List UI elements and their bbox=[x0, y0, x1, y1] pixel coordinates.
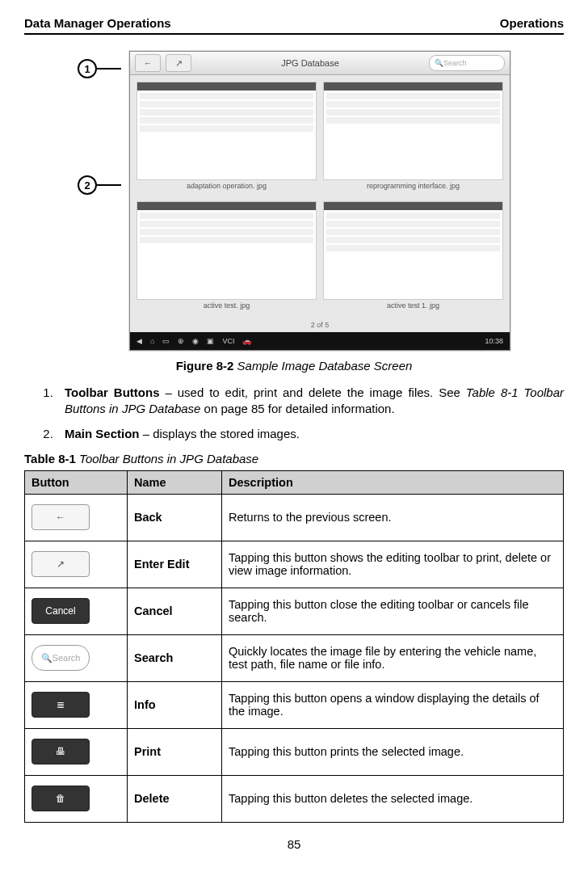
vci-icon: VCI bbox=[222, 337, 234, 345]
table-title: Toolbar Buttons in JPG Database bbox=[79, 452, 258, 465]
desc-cell: Quickly locates the image file by enteri… bbox=[222, 634, 564, 681]
table-row: ↗ Enter Edit Tapping this button shows t… bbox=[25, 541, 564, 588]
desc-cell: Tapping this button shows the editing to… bbox=[222, 541, 564, 588]
name-cell: Print bbox=[128, 728, 222, 775]
button-icon-cell: ← bbox=[25, 494, 128, 541]
toolbar-buttons-table: Button Name Description ← Back Returns t… bbox=[24, 470, 564, 823]
home-icon: ⌂ bbox=[150, 337, 154, 345]
thumb-caption: adaptation operation. jpg bbox=[136, 180, 317, 195]
header-right: Operations bbox=[500, 16, 564, 30]
table-header-row: Button Name Description bbox=[25, 470, 564, 494]
desc-cell: Tapping this button prints the selected … bbox=[222, 728, 564, 775]
list-text: – displays the stored images. bbox=[140, 427, 300, 440]
recent-icon: ▭ bbox=[162, 337, 170, 345]
desc-cell: Tapping this button deletes the selected… bbox=[222, 775, 564, 822]
search-field: 🔍 Search bbox=[429, 55, 505, 71]
page-header: Data Manager Operations Operations bbox=[24, 16, 564, 35]
browser-icon: ▣ bbox=[207, 337, 214, 345]
back-icon: ← bbox=[135, 54, 161, 72]
thumb-caption: reprogramming interface. jpg bbox=[323, 180, 503, 195]
button-icon-cell: 🔍Search bbox=[25, 634, 128, 681]
thumb bbox=[323, 82, 503, 180]
name-cell: Cancel bbox=[128, 588, 222, 634]
screenshot-title: JPG Database bbox=[196, 58, 424, 68]
th-button: Button bbox=[25, 470, 128, 494]
table-row: ≣ Info Tapping this button opens a windo… bbox=[25, 681, 564, 728]
name-cell: Back bbox=[128, 494, 222, 541]
desc-cell: Tapping this button close the editing to… bbox=[222, 588, 564, 634]
page-number: 85 bbox=[24, 837, 564, 851]
figure: 1 2 ← ↗ JPG Database 🔍 Search bbox=[24, 51, 564, 351]
callout-1: 1 bbox=[78, 59, 121, 78]
table-row: Cancel Cancel Tapping this button close … bbox=[25, 588, 564, 634]
figure-caption: Figure 8-2 Sample Image Database Screen bbox=[24, 359, 564, 373]
table-caption: Table 8-1 Toolbar Buttons in JPG Databas… bbox=[24, 452, 564, 465]
table-row: 🔍Search Search Quickly locates the image… bbox=[25, 634, 564, 681]
edit-icon: ↗ bbox=[166, 54, 191, 72]
callout-circle: 2 bbox=[78, 175, 97, 195]
list-bold: Main Section bbox=[65, 427, 140, 440]
print-icon: 🖶 bbox=[32, 739, 90, 765]
camera-icon: ◉ bbox=[192, 337, 199, 345]
figure-title: Sample Image Database Screen bbox=[237, 359, 413, 373]
info-icon: ≣ bbox=[32, 692, 90, 718]
callout-line bbox=[97, 68, 121, 70]
button-icon-cell: ↗ bbox=[25, 541, 128, 588]
thumb bbox=[136, 82, 317, 180]
list-item: Main Section – displays the stored image… bbox=[57, 426, 564, 442]
th-name: Name bbox=[128, 470, 222, 494]
thumb-caption: active test 1. jpg bbox=[323, 300, 503, 314]
list-item: Toolbar Buttons – used to edit, print an… bbox=[57, 385, 564, 418]
callout-column: 1 2 bbox=[78, 51, 121, 195]
table-row: 🖶 Print Tapping this button prints the s… bbox=[25, 728, 564, 775]
figure-label: Figure 8-2 bbox=[176, 359, 234, 373]
pager: 2 of 5 bbox=[130, 321, 510, 332]
back-arrow-icon: ← bbox=[32, 504, 90, 530]
list-text: on page 85 for detailed information. bbox=[200, 402, 394, 415]
numbered-list: Toolbar Buttons – used to edit, print an… bbox=[24, 385, 564, 442]
button-icon-cell: Cancel bbox=[25, 588, 128, 634]
desc-cell: Returns to the previous screen. bbox=[222, 494, 564, 541]
screenshot-toolbar: ← ↗ JPG Database 🔍 Search bbox=[130, 52, 510, 75]
desc-cell: Tapping this button opens a window displ… bbox=[222, 681, 564, 728]
callout-line bbox=[97, 184, 121, 186]
back-nav-icon: ◀ bbox=[136, 337, 142, 345]
button-icon-cell: 🗑 bbox=[25, 775, 128, 822]
table-row: ← Back Returns to the previous screen. bbox=[25, 494, 564, 541]
screenshot-icon: ⊕ bbox=[178, 337, 184, 345]
sample-screenshot: ← ↗ JPG Database 🔍 Search adaptation ope… bbox=[129, 51, 510, 351]
header-left: Data Manager Operations bbox=[24, 16, 171, 30]
name-cell: Info bbox=[128, 681, 222, 728]
search-icon: 🔍Search bbox=[32, 645, 90, 671]
name-cell: Delete bbox=[128, 775, 222, 822]
callout-circle: 1 bbox=[78, 59, 97, 78]
list-bold: Toolbar Buttons bbox=[65, 385, 159, 399]
screenshot-grid: adaptation operation. jpg reprogramming … bbox=[130, 75, 510, 321]
table-row: 🗑 Delete Tapping this button deletes the… bbox=[25, 775, 564, 822]
callout-2: 2 bbox=[78, 175, 121, 195]
enter-edit-icon: ↗ bbox=[32, 551, 90, 577]
thumb bbox=[323, 201, 503, 300]
car-icon: 🚗 bbox=[242, 337, 251, 345]
cancel-icon: Cancel bbox=[32, 598, 90, 624]
button-icon-cell: 🖶 bbox=[25, 728, 128, 775]
name-cell: Search bbox=[128, 634, 222, 681]
table-label: Table 8-1 bbox=[24, 452, 76, 465]
delete-icon: 🗑 bbox=[32, 786, 90, 811]
th-description: Description bbox=[222, 470, 564, 494]
screenshot-bottombar: ◀ ⌂ ▭ ⊕ ◉ ▣ VCI 🚗 10:38 bbox=[130, 332, 510, 350]
button-icon-cell: ≣ bbox=[25, 681, 128, 728]
clock: 10:38 bbox=[485, 337, 503, 345]
thumb-caption: active test. jpg bbox=[136, 300, 317, 314]
thumb bbox=[136, 201, 317, 300]
name-cell: Enter Edit bbox=[128, 541, 222, 588]
list-text: – used to edit, print and delete the ima… bbox=[159, 385, 465, 399]
